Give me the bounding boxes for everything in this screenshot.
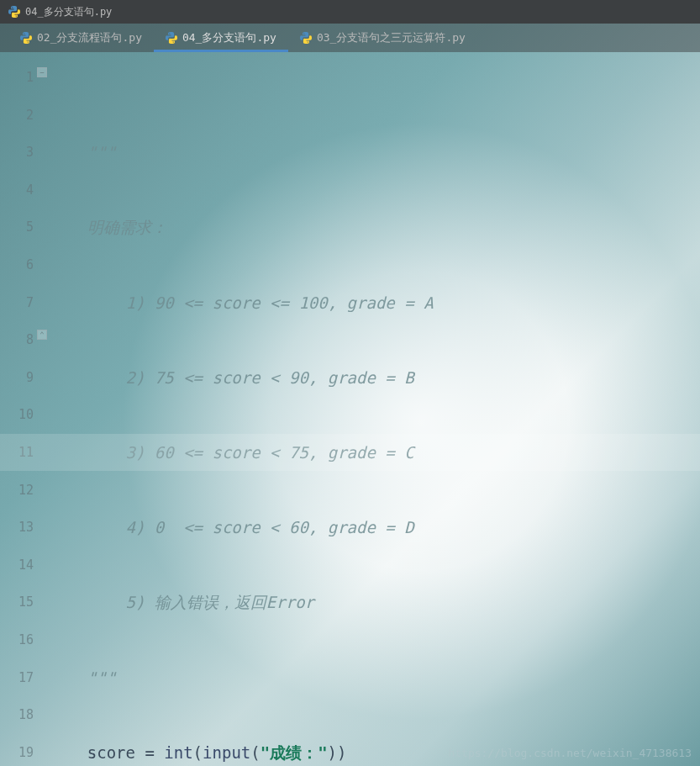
code-line: 5) 输入错误，返回Error: [49, 584, 700, 621]
line-num: 1: [0, 59, 34, 97]
title-bar: 04_多分支语句.py: [0, 0, 700, 24]
python-icon: [20, 32, 32, 44]
line-num: 12: [0, 472, 34, 510]
line-num: 9: [0, 359, 34, 397]
line-num: 18: [0, 696, 34, 734]
code-line: 明确需求：: [49, 209, 700, 246]
code-area[interactable]: """ 明确需求： 1) 90 <= score <= 100, grade =…: [49, 52, 700, 766]
code-line: 3) 60 <= score < 75, grade = C: [49, 434, 700, 472]
line-num: 8: [0, 321, 34, 359]
line-num: 16: [0, 621, 34, 659]
line-num: 10: [0, 396, 34, 434]
tab-label: 04_多分支语句.py: [182, 30, 276, 45]
line-num: 14: [0, 547, 34, 584]
line-num: 5: [0, 209, 34, 246]
line-num: 17: [0, 659, 34, 697]
tab-label: 03_分支语句之三元运算符.py: [317, 30, 466, 45]
line-num: 4: [0, 172, 34, 209]
line-gutter: 1 2 3 4 5 6 7 8 9 10 11 12 13 14 15 16 1…: [0, 52, 49, 766]
line-num: 15: [0, 584, 34, 621]
line-num: 13: [0, 509, 34, 547]
tab-03[interactable]: 03_分支语句之三元运算符.py: [288, 24, 477, 52]
python-icon: [166, 32, 177, 44]
fold-open-icon[interactable]: −: [37, 67, 47, 77]
line-num: 2: [0, 97, 34, 135]
python-icon: [300, 32, 312, 44]
fold-close-icon[interactable]: ⌃: [37, 330, 47, 340]
editor-tabs: 02_分支流程语句.py 04_多分支语句.py 03_分支语句之三元运算符.p…: [0, 24, 700, 52]
watermark-text: https://blog.csdn.net/weixin_47138613: [448, 747, 692, 759]
title-filename: 04_多分支语句.py: [25, 5, 112, 19]
tab-04[interactable]: 04_多分支语句.py: [154, 24, 288, 52]
code-editor[interactable]: 1 2 3 4 5 6 7 8 9 10 11 12 13 14 15 16 1…: [0, 52, 700, 766]
line-num: 19: [0, 734, 34, 766]
tab-label: 02_分支流程语句.py: [37, 30, 142, 45]
line-num: 7: [0, 284, 34, 322]
code-line: 2) 75 <= score < 90, grade = B: [49, 359, 700, 397]
line-num: 3: [0, 134, 34, 172]
code-line: """: [49, 659, 700, 697]
code-line: 4) 0 <= score < 60, grade = D: [49, 509, 700, 547]
line-num: 11: [0, 434, 34, 472]
code-line: 1) 90 <= score <= 100, grade = A: [49, 284, 700, 322]
python-icon: [8, 6, 20, 18]
code-line: """: [49, 134, 700, 172]
line-num: 6: [0, 246, 34, 284]
tab-02[interactable]: 02_分支流程语句.py: [8, 24, 154, 52]
